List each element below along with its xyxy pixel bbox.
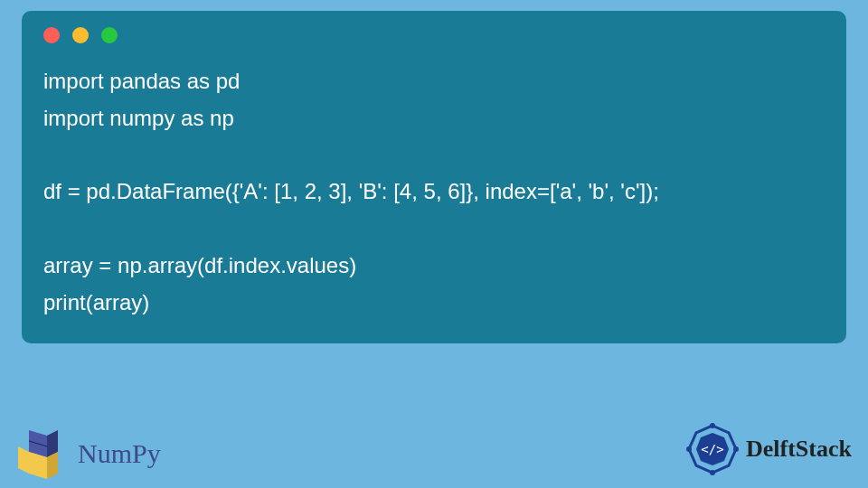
svg-point-13 [734,447,738,451]
numpy-cube-icon [11,425,69,483]
zoom-icon [101,27,118,43]
svg-point-14 [711,471,714,474]
code-block: import pandas as pd import numpy as np d… [43,63,825,322]
delftstack-label: DelftStack [746,436,852,463]
svg-text:</>: </> [701,442,723,456]
code-card: import pandas as pd import numpy as np d… [22,11,846,343]
minimize-icon [72,27,89,43]
window-traffic-lights [43,27,825,43]
numpy-label: NumPy [78,438,161,469]
numpy-logo: NumPy [11,425,161,483]
delftstack-badge-icon: </> [686,423,739,475]
close-icon [43,27,60,43]
svg-point-12 [711,424,714,427]
delftstack-logo: </> DelftStack [686,423,852,475]
svg-point-15 [687,447,691,451]
